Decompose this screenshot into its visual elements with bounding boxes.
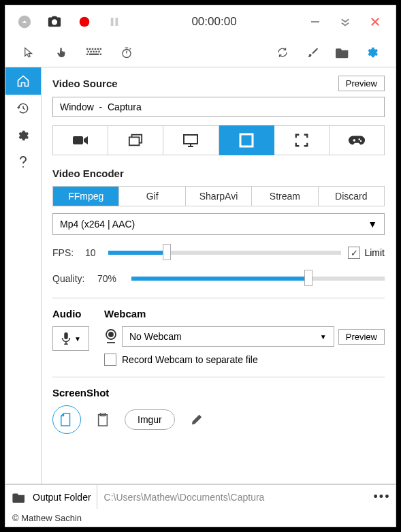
titlebar: 00:00:00 [5,5,396,38]
svg-rect-20 [100,54,101,55]
webcam-separate-label: Record Webcam to separate file [122,354,258,365]
source-type-row [52,125,385,155]
output-folder-icon[interactable] [5,492,33,503]
codec-select[interactable]: Mp4 (x264 | AAC) ▼ [52,213,385,235]
screenshot-edit-button[interactable] [185,407,209,432]
video-source-title: Video Source [52,78,118,89]
svg-point-37 [358,138,360,140]
source-value-input[interactable] [52,97,385,117]
tab-gif[interactable]: Gif [118,187,185,206]
screenshot-title: ScreenShot [52,387,385,398]
webcam-select[interactable]: No Webcam ▼ [122,326,334,347]
audio-title: Audio [52,308,89,319]
svg-line-26 [23,108,25,110]
svg-rect-19 [89,54,99,55]
svg-rect-9 [92,48,93,50]
footer-bar: Output Folder C:\Users\Mathew\Documents\… [5,484,396,509]
sidebar-home[interactable] [5,67,41,95]
source-fullscreen[interactable] [274,125,330,155]
toolbar [11,38,396,67]
fps-value: 10 [85,247,101,258]
screenshot-disk-button[interactable] [52,405,81,434]
svg-rect-18 [86,54,88,55]
timer-tool-button[interactable] [117,43,136,62]
sidebar [5,67,41,484]
close-button[interactable] [360,10,390,34]
webcam-preview-button[interactable]: Preview [338,329,385,345]
webcam-separate-checkbox[interactable] [104,354,116,366]
svg-rect-14 [91,51,92,52]
svg-point-43 [109,332,113,337]
sidebar-help[interactable] [5,149,41,176]
sidebar-settings[interactable] [5,122,41,149]
svg-line-24 [130,48,131,50]
screenshot-button[interactable] [41,8,68,35]
app-window: 00:00:00 Video Source Pre [5,5,396,527]
svg-point-27 [22,166,24,168]
limit-label: Limit [364,247,385,258]
video-encoder-title: Video Encoder [52,168,385,179]
svg-rect-30 [129,137,140,145]
webcam-value: No Webcam [129,331,182,342]
quality-value: 70% [97,273,125,284]
svg-rect-17 [98,51,99,52]
pause-button[interactable] [101,8,128,35]
source-region[interactable] [219,125,274,155]
expand-down-button[interactable] [330,10,360,34]
record-button[interactable] [71,8,98,35]
source-preview-button[interactable]: Preview [338,76,385,91]
webcam-icon [104,329,118,344]
source-screen[interactable] [163,125,219,155]
svg-point-1 [80,17,90,27]
folder-open-button[interactable] [333,43,352,62]
chevron-down-icon: ▼ [368,219,377,230]
svg-rect-12 [100,48,101,50]
tab-stream[interactable]: Stream [251,187,317,206]
sidebar-history[interactable] [5,95,41,122]
svg-point-38 [360,140,362,142]
quality-slider[interactable] [131,270,385,287]
svg-rect-13 [88,51,89,52]
tab-discard[interactable]: Discard [318,187,384,206]
click-tool-button[interactable] [52,43,71,62]
refresh-button[interactable] [273,43,292,62]
audio-mic-button[interactable]: ▼ [52,326,89,351]
settings-gear-button[interactable] [363,43,382,62]
source-game[interactable] [330,125,385,155]
svg-rect-28 [73,136,83,144]
svg-rect-34 [240,134,253,146]
source-windows[interactable] [108,125,163,155]
svg-rect-7 [86,48,88,50]
collapse-button[interactable] [11,8,38,35]
fps-label: FPS: [52,247,78,258]
output-folder-more[interactable]: ••• [368,490,396,504]
screenshot-clipboard-button[interactable] [91,407,115,432]
svg-rect-2 [111,18,114,26]
quality-label: Quality: [52,273,91,284]
chevron-down-icon: ▼ [320,333,327,341]
tab-ffmpeg[interactable]: FFmpeg [53,187,118,206]
svg-rect-10 [95,48,96,50]
output-folder-label: Output Folder [33,485,97,509]
source-camera[interactable] [52,125,108,155]
svg-rect-3 [116,18,118,26]
codec-value: Mp4 (x264 | AAC) [60,219,135,230]
screenshot-imgur-button[interactable]: Imgur [125,409,175,430]
svg-rect-16 [95,51,97,52]
tab-sharpavi[interactable]: SharpAvi [185,187,251,206]
timer-display: 00:00:00 [131,15,298,29]
copyright-text: © Mathew Sachin [5,509,396,527]
chevron-down-icon: ▼ [74,335,81,343]
main-content: Video Source Preview Video Encoder FFmpe… [41,67,396,484]
svg-rect-31 [184,135,197,144]
brush-button[interactable] [303,43,322,62]
keystroke-tool-button[interactable] [84,43,103,62]
output-folder-path[interactable]: C:\Users\Mathew\Documents\Captura [97,492,368,503]
svg-rect-15 [93,51,94,52]
limit-checkbox[interactable]: ✓ [348,247,360,259]
fps-slider[interactable] [108,245,341,261]
encoder-tabs: FFmpeg Gif SharpAvi Stream Discard [52,186,385,206]
cursor-tool-button[interactable] [19,43,38,62]
svg-rect-8 [89,48,91,50]
minimize-button[interactable] [300,10,330,34]
